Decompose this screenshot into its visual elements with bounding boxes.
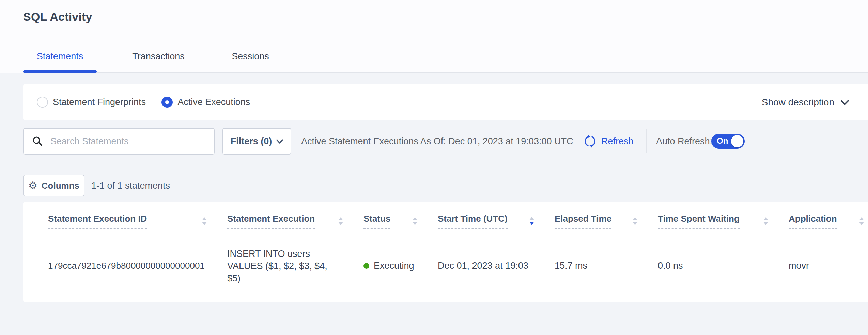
refresh-label: Refresh <box>601 136 634 147</box>
toggle-state-label: On <box>717 136 728 146</box>
sort-caret-icon <box>413 217 417 225</box>
as-of-text: Active Statement Executions As Of: Dec 0… <box>301 128 573 155</box>
radio-icon <box>37 97 48 108</box>
active-tab-indicator <box>23 70 97 73</box>
results-count: 1-1 of 1 statements <box>91 175 170 196</box>
chevron-down-icon <box>276 139 283 144</box>
column-header-elapsed-time[interactable]: Elapsed Time <box>548 202 651 241</box>
radio-label: Statement Fingerprints <box>53 97 146 107</box>
statements-table-card: Statement Execution ID Statement Executi… <box>23 202 868 302</box>
cell-execution-id: 179cca7921e679b80000000000000001 <box>37 241 220 291</box>
column-header-status[interactable]: Status <box>357 202 431 241</box>
radio-active-executions[interactable]: Active Executions <box>161 97 250 108</box>
sort-caret-icon <box>338 217 343 225</box>
columns-label: Columns <box>42 180 79 191</box>
status-label: Executing <box>374 261 414 271</box>
tab-divider <box>23 72 868 73</box>
page-header: SQL Activity Statements Transactions Ses… <box>0 0 868 73</box>
tab-transactions[interactable]: Transactions <box>120 51 197 62</box>
toggle-knob <box>731 135 743 147</box>
cell-start-time: Dec 01, 2023 at 19:03 <box>431 241 548 291</box>
radio-label: Active Executions <box>177 97 250 107</box>
cell-elapsed-time: 15.7 ms <box>548 241 651 291</box>
column-header-statement-execution-id[interactable]: Statement Execution ID <box>37 202 220 241</box>
search-icon <box>32 136 43 147</box>
cell-application: movr <box>782 241 868 291</box>
controls-row: Filters (0) Active Statement Executions … <box>0 128 868 155</box>
tab-sessions[interactable]: Sessions <box>223 51 278 62</box>
show-description-label: Show description <box>762 97 834 108</box>
cell-statement: INSERT INTO users VALUES ($1, $2, $3, $4… <box>220 241 357 291</box>
auto-refresh-toggle[interactable]: On <box>711 134 745 149</box>
cell-time-spent-waiting: 0.0 ns <box>651 241 782 291</box>
auto-refresh-label: Auto Refresh: <box>656 128 712 155</box>
radio-selected-icon <box>161 97 173 108</box>
column-header-application[interactable]: Application <box>782 202 868 241</box>
column-header-start-time[interactable]: Start Time (UTC) <box>431 202 548 241</box>
vertical-divider <box>646 129 647 153</box>
gear-icon: ⚙ <box>28 180 37 191</box>
sort-caret-icon <box>859 217 864 225</box>
sort-caret-icon <box>763 217 768 225</box>
tab-statements[interactable]: Statements <box>23 51 97 62</box>
filters-button[interactable]: Filters (0) <box>222 128 291 155</box>
search-input[interactable] <box>50 136 201 147</box>
column-header-statement-execution[interactable]: Statement Execution <box>220 202 357 241</box>
search-box <box>23 128 215 155</box>
chevron-down-icon <box>840 99 849 105</box>
sort-caret-icon-active-desc <box>529 217 534 225</box>
filters-label: Filters (0) <box>231 136 272 147</box>
status-executing-dot <box>363 263 369 269</box>
sort-caret-icon <box>202 217 207 225</box>
columns-button[interactable]: ⚙ Columns <box>23 175 84 196</box>
view-mode-card: Statement Fingerprints Active Executions… <box>23 84 868 120</box>
show-description-toggle[interactable]: Show description <box>762 97 849 108</box>
cell-status: Executing <box>357 241 431 291</box>
refresh-icon <box>583 134 597 148</box>
table-row[interactable]: 179cca7921e679b80000000000000001 INSERT … <box>37 241 868 291</box>
column-header-time-spent-waiting[interactable]: Time Spent Waiting <box>651 202 782 241</box>
page-title: SQL Activity <box>23 10 92 24</box>
table-header-row: Statement Execution ID Statement Executi… <box>37 202 868 241</box>
refresh-button[interactable]: Refresh <box>583 128 634 155</box>
sort-caret-icon <box>633 217 637 225</box>
radio-statement-fingerprints[interactable]: Statement Fingerprints <box>37 97 146 108</box>
